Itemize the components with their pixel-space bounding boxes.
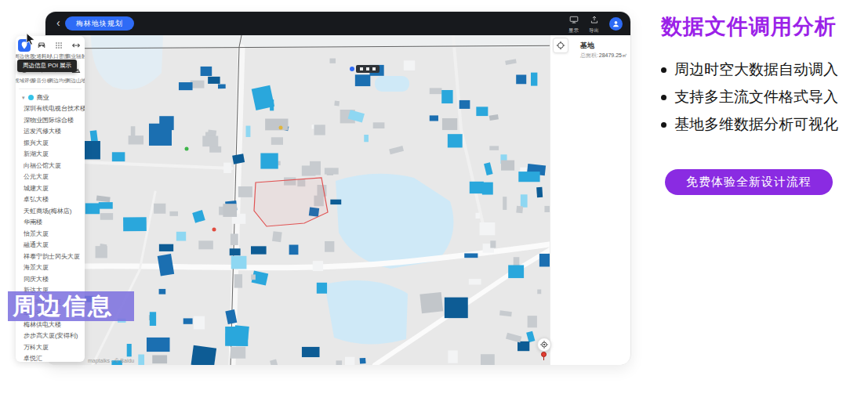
list-item[interactable]: 深物业国际综合楼 <box>24 115 85 127</box>
crosshair-icon <box>556 41 565 50</box>
bullet-dot-icon <box>661 67 666 73</box>
page: ‹ 梅林地块规划 显示 导出 <box>0 0 868 401</box>
project-title: 梅林地块规划 <box>76 19 123 29</box>
titlebar-actions: 显示 导出 <box>568 13 623 34</box>
range-arrows-icon <box>70 39 82 52</box>
project-pill[interactable]: 梅林地块规划 <box>65 16 134 31</box>
promo-bullet: 支持多主流文件格式导入 <box>661 87 857 107</box>
promo-panel: 数据文件调用分析 周边时空大数据自动调入支持多主流文件格式导入基地多维数据分析可… <box>661 13 857 195</box>
bullet-dot-icon <box>661 95 666 100</box>
bullet-text: 周边时空大数据自动调入 <box>674 60 838 80</box>
list-item[interactable]: 海景大厦 <box>24 262 85 274</box>
titlebar: ‹ 梅林地块规划 显示 导出 <box>45 12 630 35</box>
density-grid-icon <box>53 39 65 52</box>
category-dot-icon <box>28 95 34 100</box>
list-item[interactable]: 卓弘大楼 <box>24 194 85 206</box>
tool-density-grid[interactable]: 人口密度 <box>50 39 67 60</box>
list-item[interactable]: 天虹商场(梅林店) <box>24 206 85 218</box>
poi-list: 深圳有线电视台技术楼深物业国际综合楼运发汽修大楼振兴大厦新湖大厦向福公馆大厦公元… <box>16 103 85 362</box>
list-item[interactable]: 同庆大楼 <box>24 274 85 286</box>
map-overlay-label: 周边信息 <box>8 291 134 321</box>
export-button[interactable]: 导出 <box>589 13 599 34</box>
poi-group-label: 商业 <box>37 93 49 102</box>
list-item[interactable]: 怡景大厦 <box>24 229 85 240</box>
tool-range-arrows[interactable]: 商业辐射 <box>67 39 85 60</box>
list-item[interactable]: 公元大厦 <box>24 172 85 183</box>
list-item[interactable]: 运发汽修大楼 <box>24 126 85 138</box>
list-item[interactable]: 新湖大厦 <box>24 149 85 161</box>
avatar[interactable] <box>609 17 623 31</box>
locate-button[interactable] <box>537 338 551 352</box>
list-item[interactable]: 向福公馆大厦 <box>24 161 85 172</box>
export-label: 导出 <box>589 28 599 34</box>
site-info-panel: 基地 总面积: 28479.25㎡ <box>550 35 630 365</box>
display-label: 显示 <box>568 28 579 34</box>
car-icon <box>35 39 48 52</box>
tool-tooltip: 周边信息 POI 展示 <box>17 60 77 72</box>
crosshair-button[interactable] <box>553 38 568 53</box>
list-item[interactable]: 深圳有线电视台技术楼 <box>24 103 85 115</box>
bullet-dot-icon <box>661 122 666 128</box>
promo-title: 数据文件调用分析 <box>661 13 857 41</box>
list-item[interactable]: 卓悦汇 <box>24 353 85 362</box>
monitor-icon <box>569 13 579 27</box>
bullet-text: 基地多维数据分析可视化 <box>674 114 838 135</box>
list-item[interactable]: 万科大厦 <box>24 342 85 354</box>
bullet-text: 支持多主流文件格式导入 <box>674 87 838 107</box>
site-area-row: 总面积: 28479.25㎡ <box>580 52 627 60</box>
poi-group-header[interactable]: ▾ 商业 <box>16 89 85 103</box>
tool-label: 周边山地 <box>66 78 85 82</box>
promo-bullet: 基地多维数据分析可视化 <box>661 114 857 135</box>
export-icon <box>590 13 599 27</box>
person-icon <box>612 20 620 28</box>
map-marker-icon <box>541 352 547 357</box>
mouse-cursor <box>26 33 37 49</box>
list-item[interactable]: 融通大厦 <box>24 240 85 251</box>
promo-bullet: 周边时空大数据自动调入 <box>661 60 857 80</box>
list-item[interactable]: 步步高大厦(安得利) <box>24 331 85 342</box>
collapse-caret-icon: ▾ <box>22 95 25 100</box>
display-button[interactable]: 显示 <box>568 13 579 34</box>
list-item[interactable]: 华南楼 <box>24 217 85 229</box>
site-area-value: 28479.25㎡ <box>599 52 627 60</box>
map-attribution: maptalks - © Baidu <box>88 358 134 363</box>
site-area-label: 总面积: <box>580 52 598 60</box>
list-item[interactable]: 城建大厦 <box>24 183 85 195</box>
list-item[interactable]: 振兴大厦 <box>24 138 85 150</box>
site-panel-title: 基地 <box>580 41 594 51</box>
list-item[interactable]: 祥泰宁韵士冈头大厦 <box>24 251 85 263</box>
back-button[interactable]: ‹ <box>56 17 60 28</box>
promo-bullet-list: 周边时空大数据自动调入支持多主流文件格式导入基地多维数据分析可视化 <box>661 60 857 135</box>
cta-button[interactable]: 免费体验全新设计流程 <box>665 169 833 195</box>
locate-icon <box>539 340 549 349</box>
tool-label: 商业辐射 <box>66 53 85 58</box>
